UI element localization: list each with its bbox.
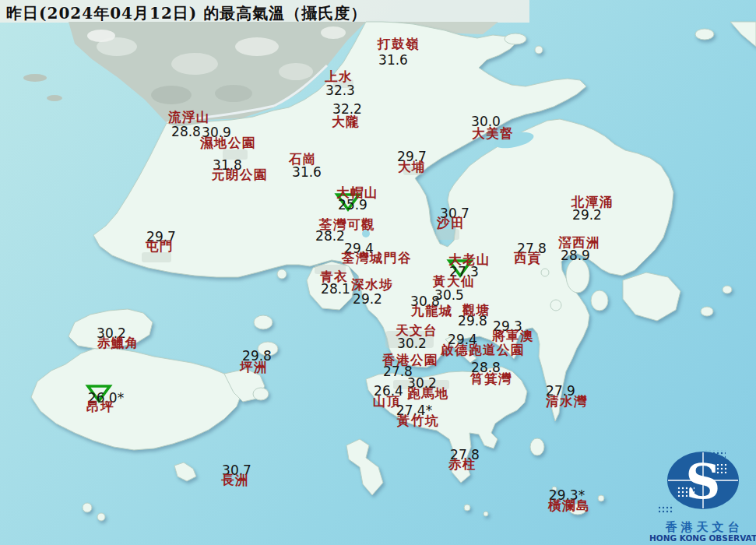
station-label: 赤柱 — [448, 456, 476, 473]
station-label: 黃大仙 — [433, 273, 475, 290]
station-label: 橫瀾島 — [548, 498, 590, 515]
station-label: 大埔 — [398, 159, 426, 176]
hko-logo-name-en: HONG KONG OBSERVATORY — [649, 533, 756, 543]
station-label: 昂坪 — [86, 399, 114, 416]
station-label: 黃竹坑 — [397, 413, 439, 430]
station-label: 大美督 — [472, 125, 514, 142]
station-label: 濕地公園 — [200, 135, 256, 152]
station-label: 荃灣城門谷 — [342, 250, 412, 267]
station-label: 打鼓嶺 — [378, 36, 420, 53]
station-value: 29.2 — [353, 291, 382, 307]
station-label: 九龍城 — [411, 303, 453, 320]
station-label: 荃灣可觀 — [319, 216, 375, 234]
station-label: 滘西洲 — [558, 234, 600, 251]
station-label: 赤鱲角 — [97, 335, 139, 352]
station-value: 31.6 — [378, 52, 408, 68]
station-label: 大隴 — [332, 114, 360, 131]
station-label: 大帽山 — [336, 185, 378, 202]
hko-logo: 香港天文台 HONG KONG OBSERVATORY — [652, 445, 756, 545]
station-label: 坪洲 — [240, 359, 268, 376]
station-label: 青衣 — [320, 269, 348, 286]
station-label: 上水 — [325, 69, 353, 86]
station-label: 啟德跑道公園 — [441, 342, 525, 359]
station-value: 28.8 — [171, 124, 201, 139]
stations-layer: 31.6打鼓嶺32.3上水32.2大隴28.8流浮山30.9濕地公園31.8元朗… — [0, 0, 756, 545]
station-label: 元朗公園 — [212, 167, 268, 184]
station-label: 西貢 — [514, 250, 542, 267]
station-label: 天文台 — [396, 322, 438, 339]
station-label: 大老山 — [448, 251, 491, 269]
station-label: 沙田 — [437, 215, 465, 232]
station-label: 流浮山 — [168, 109, 210, 126]
station-label: 跑馬地 — [407, 385, 449, 403]
station-label: 屯門 — [146, 238, 174, 255]
station-label: 清水灣 — [546, 393, 588, 410]
station-label: 筲箕灣 — [470, 371, 512, 388]
station-label: 石崗 — [289, 151, 317, 168]
station-label: 觀塘 — [462, 302, 491, 319]
station-label: 長洲 — [221, 472, 249, 489]
station-label: 北潭涌 — [571, 194, 614, 211]
station-label: 香港公園 — [382, 352, 438, 369]
station-label: 深水埗 — [351, 276, 393, 294]
hko-max-temp-map: S 昨日(2024年04月12日) 的最高氣溫（攝氏度） 31.6打鼓嶺32.3… — [0, 0, 756, 545]
